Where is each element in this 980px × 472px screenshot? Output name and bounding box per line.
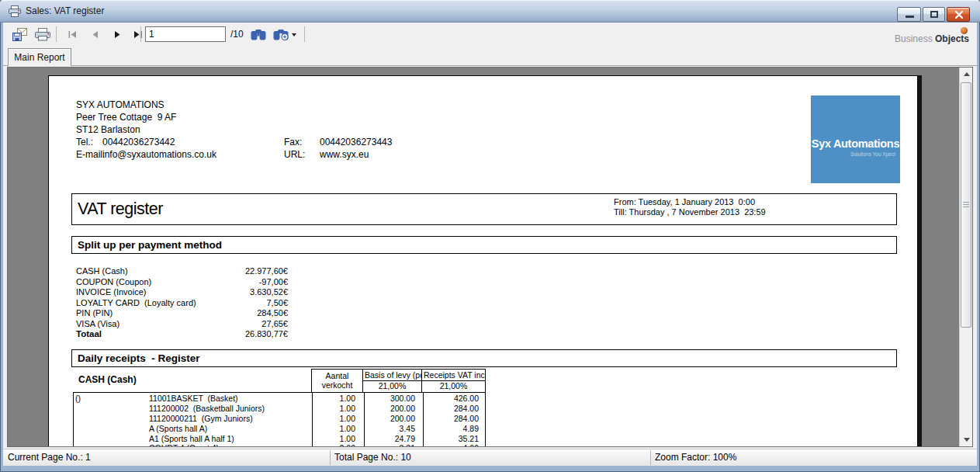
business-objects-logo: Business Objects	[868, 24, 969, 45]
table-row: () 11001BASKET (Basket) 1.00 300.00 426.…	[74, 394, 485, 404]
page-total-label: /10	[230, 23, 244, 47]
close-button[interactable]	[947, 7, 970, 22]
toolbar: /10	[3, 23, 977, 47]
status-zoom-factor: Zoom Factor: 100%	[655, 449, 736, 466]
report-page: SYX AUTOMATIONS Peer Tree Cottage 9 AF S…	[48, 75, 918, 447]
table-row: A (Sports hall A) 1.00 3.45 4.89	[74, 424, 485, 434]
status-bar: Current Page No.: 1 Total Page No.: 10 Z…	[3, 449, 977, 466]
first-page-button[interactable]	[62, 25, 82, 44]
daily-receipts-table: () 11001BASKET (Basket) 1.00 300.00 426.…	[73, 392, 486, 447]
table-row: A1 (Sports hall A half 1) 1.00 24.79 35.…	[74, 434, 485, 444]
next-page-button[interactable]	[107, 25, 127, 44]
toolbar-separator	[56, 26, 57, 42]
company-header: SYX AUTOMATIONS Peer Tree Cottage 9 AF S…	[76, 99, 542, 161]
next-page-icon	[114, 31, 121, 38]
split-section-title: Split up per payment method	[78, 237, 222, 254]
brand-business: Business	[895, 33, 935, 44]
previous-page-icon	[92, 31, 99, 38]
payment-row: CASH (Cash)22.977,60€	[76, 266, 288, 277]
tab-bar: Main Report	[3, 47, 977, 66]
restore-icon	[930, 11, 938, 18]
title-bar: Sales: VAT register	[0, 0, 980, 23]
previous-page-button[interactable]	[85, 25, 105, 44]
close-icon	[947, 8, 971, 23]
daily-section-title: Daily receipts - Register	[78, 350, 200, 367]
scroll-down-button[interactable]	[960, 433, 973, 446]
report-viewer-canvas: SYX AUTOMATIONS Peer Tree Cottage 9 AF S…	[7, 67, 973, 447]
dropdown-caret-icon	[292, 33, 296, 36]
logo-name: Syx Automations	[811, 137, 900, 150]
date-till: Till: Thursday , 7 November 2013 23:59	[614, 207, 766, 217]
payment-total-row: Totaal26.830,77€	[76, 329, 288, 340]
status-total-pages: Total Page No.: 10	[334, 449, 411, 466]
report-date-range: From: Tuesday, 1 January 2013 0:00 Till:…	[614, 197, 766, 217]
toolbar-separator	[304, 26, 305, 42]
window-printer-icon	[9, 5, 21, 17]
company-address-2: ST12 Barlaston	[76, 124, 140, 135]
vat-rate-receipts: 21,00%	[422, 381, 485, 392]
column-header-basis: Basis of levy (pou 21,00%	[362, 369, 422, 393]
export-button[interactable]	[9, 25, 29, 44]
url-label: URL:	[284, 148, 305, 161]
page-number-input[interactable]	[145, 26, 226, 42]
restore-button[interactable]	[923, 7, 945, 22]
company-name: SYX AUTOMATIONS	[76, 99, 164, 110]
status-current-page: Current Page No.: 1	[8, 449, 91, 466]
email-label: E-mail:	[76, 148, 105, 161]
status-separator	[330, 450, 331, 465]
split-section-header: Split up per payment method	[71, 236, 897, 254]
email-value: info@syxautomations.co.uk	[102, 148, 216, 161]
url-value: www.syx.eu	[320, 148, 369, 161]
minimize-button[interactable]	[897, 7, 921, 22]
print-icon	[34, 28, 51, 41]
payment-row: LOYALTY CARD (Loyalty card)7,50€	[76, 298, 288, 309]
payment-row: VISA (Visa)27,65€	[76, 319, 288, 330]
fax-label: Fax:	[284, 136, 302, 148]
fax-value: 00442036273443	[320, 136, 392, 148]
tab-main-report[interactable]: Main Report	[8, 48, 71, 66]
first-page-icon	[68, 31, 77, 38]
payment-method-list: CASH (Cash)22.977,60€ COUPON (Coupon)-97…	[76, 266, 288, 340]
report-viewer-window: Sales: VAT register	[0, 0, 980, 472]
status-separator	[650, 450, 651, 465]
payment-row: PIN (PIN)284,50€	[76, 308, 288, 319]
vertical-scrollbar[interactable]	[959, 68, 972, 446]
report-title-box: VAT register From: Tuesday, 1 January 20…	[71, 193, 897, 225]
table-row: COURT 4 (Court 4) 2.00 3.31 4.69	[74, 443, 485, 447]
column-header-qty: Aantal verkocht	[311, 369, 363, 393]
payment-row: COUPON (Coupon)-97,00€	[76, 277, 288, 288]
table-row: 11120000211 (Gym Juniors) 1.00 200.00 28…	[74, 414, 485, 424]
table-row: 111200002 (Basketball Juniors) 1.00 200.…	[74, 404, 485, 414]
syx-automations-logo: Syx Automations Solutions You Xpect	[811, 95, 900, 183]
tel-label: Tel.:	[76, 136, 93, 148]
vat-rate-basis: 21,00%	[363, 381, 421, 392]
toolbar-separator	[140, 26, 141, 42]
report-title: VAT register	[78, 200, 163, 219]
export-icon	[12, 27, 28, 42]
find-button[interactable]	[248, 25, 268, 44]
arrow-up-icon	[964, 72, 970, 76]
tel-value: 00442036273442	[102, 136, 175, 148]
minimize-icon	[906, 16, 914, 18]
zoom-dropdown-button[interactable]	[270, 25, 300, 44]
scroll-up-button[interactable]	[960, 68, 973, 81]
tab-main-report-label: Main Report	[14, 52, 64, 63]
logo-tagline: Solutions You Xpect	[850, 151, 895, 157]
window-client-area: /10	[3, 23, 977, 466]
company-address-1: Peer Tree Cottage 9 AF	[76, 112, 176, 123]
payment-row: INVOICE (Invoice)3.630,52€	[76, 287, 288, 298]
window-title: Sales: VAT register	[26, 0, 104, 22]
column-header-receipts: Receipts VAT incl 21,00%	[421, 369, 486, 393]
binoculars-search-icon	[251, 29, 266, 40]
brand-objects: Objects	[935, 33, 969, 44]
arrow-down-icon	[964, 438, 970, 442]
daily-section-header: Daily receipts - Register	[71, 349, 897, 367]
payment-group-label: CASH (Cash)	[78, 374, 137, 385]
scrollbar-thumb[interactable]	[961, 82, 971, 328]
date-from: From: Tuesday, 1 January 2013 0:00	[614, 197, 766, 207]
print-button[interactable]	[33, 25, 53, 44]
binoculars-zoom-icon	[273, 29, 289, 41]
